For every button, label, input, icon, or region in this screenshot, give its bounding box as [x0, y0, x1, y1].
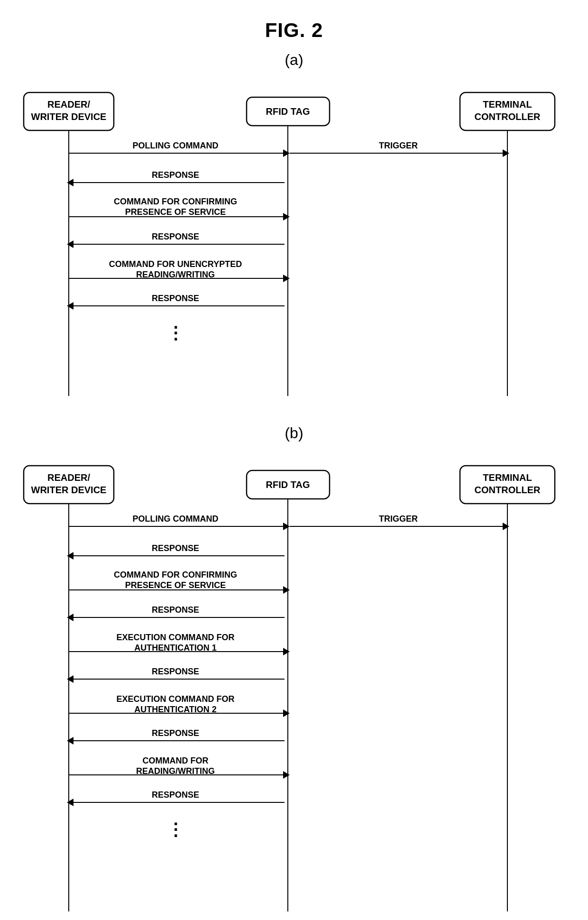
section-a: (a) READER/ WRITER DEVICE RFID TAG TERMI… — [0, 51, 588, 405]
label-b5: RESPONSE — [152, 605, 199, 615]
arrow-a5-head — [67, 240, 74, 248]
diagram-a: READER/ WRITER DEVICE RFID TAG TERMINAL … — [9, 83, 579, 405]
label-a4-2: PRESENCE OF SERVICE — [125, 207, 226, 217]
actor-tc-b-label2: CONTROLLER — [475, 485, 541, 495]
label-a4-1: COMMAND FOR CONFIRMING — [114, 197, 237, 206]
actor-rw-b-label2: WRITER DEVICE — [31, 485, 107, 495]
actor-rfid-b-label: RFID TAG — [266, 479, 310, 490]
label-b4-2: PRESENCE OF SERVICE — [125, 580, 226, 590]
label-a7: RESPONSE — [152, 294, 199, 303]
actor-rw-a-label: READER/ — [47, 99, 90, 110]
arrow-b11-head — [67, 799, 74, 806]
label-b6-1: EXECUTION COMMAND FOR — [117, 633, 235, 642]
actor-tc-a-label2: CONTROLLER — [475, 111, 541, 122]
label-a5: RESPONSE — [152, 232, 199, 241]
label-b10-1: COMMAND FOR — [143, 756, 209, 765]
arrow-a4-head — [283, 213, 290, 221]
actor-tc-a-label: TERMINAL — [483, 99, 532, 110]
arrow-b9-head — [67, 737, 74, 745]
label-b9: RESPONSE — [152, 728, 199, 738]
arrow-a1-head — [283, 149, 290, 157]
label-trigger-b: TRIGGER — [379, 514, 418, 524]
label-b10-2: READING/WRITING — [136, 766, 215, 776]
arrow-b6-head — [283, 648, 290, 655]
actor-tc-b-label: TERMINAL — [483, 472, 532, 483]
arrow-a7-head — [67, 302, 74, 310]
actor-rw-b-label: READER/ — [47, 472, 90, 483]
arrow-b7-head — [67, 675, 74, 683]
arrow-b1-head — [283, 523, 290, 530]
section-b: (b) READER/ WRITER DEVICE RFID TAG TERMI… — [0, 424, 588, 920]
label-b4-1: COMMAND FOR CONFIRMING — [114, 570, 237, 580]
arrow-trigger-b-head — [503, 523, 509, 530]
label-a6-2: READING/WRITING — [136, 270, 215, 279]
arrow-b8-head — [283, 709, 290, 717]
arrow-b5-head — [67, 614, 74, 621]
label-a1: POLLING COMMAND — [133, 141, 219, 150]
arrow-a3-head — [67, 179, 74, 186]
arrow-a6-head — [283, 275, 290, 282]
label-a3: RESPONSE — [152, 170, 199, 180]
arrow-b10-head — [283, 771, 290, 779]
section-a-label: (a) — [0, 51, 588, 69]
label-trigger-a: TRIGGER — [379, 141, 418, 150]
dots-b: ⋮ — [167, 820, 184, 839]
label-b1: POLLING COMMAND — [133, 514, 219, 524]
diagram-b: READER/ WRITER DEVICE RFID TAG TERMINAL … — [9, 456, 579, 920]
arrow-trigger-a-head — [503, 149, 509, 157]
dots-a: ⋮ — [167, 323, 184, 343]
actor-rw-a-label2: WRITER DEVICE — [31, 111, 107, 122]
arrow-b3-head — [67, 552, 74, 560]
label-a6-1: COMMAND FOR UNENCRYPTED — [109, 259, 242, 269]
section-b-label: (b) — [0, 424, 588, 442]
label-b8-1: EXECUTION COMMAND FOR — [117, 694, 235, 704]
actor-rfid-a-label: RFID TAG — [266, 106, 310, 117]
arrow-b4-head — [283, 586, 290, 594]
label-b8-2: AUTHENTICATION 2 — [134, 705, 217, 714]
label-b7: RESPONSE — [152, 667, 199, 676]
label-b6-2: AUTHENTICATION 1 — [134, 643, 217, 653]
page-title: FIG. 2 — [0, 0, 588, 51]
label-b11: RESPONSE — [152, 790, 199, 800]
label-b3: RESPONSE — [152, 543, 199, 553]
page-wrapper: FIG. 2 (a) READER/ WRITER DEVICE RFID TA… — [0, 0, 588, 920]
